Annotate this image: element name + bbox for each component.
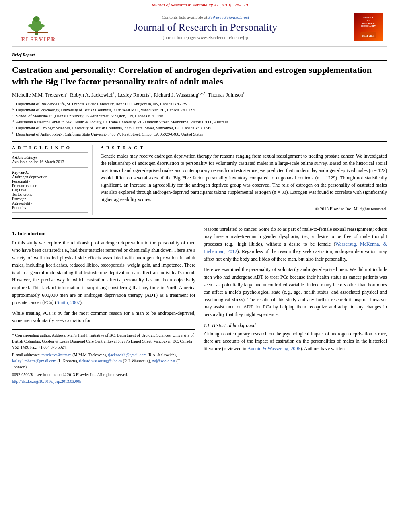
main-content: 1. Introduction In this study we explore… — [12, 226, 387, 385]
affil-3: c School of Medicine at Queen's Universi… — [12, 113, 387, 119]
article-history: Article history: Available online 16 Mar… — [12, 155, 88, 164]
abstract-column: A B S T R A C T Genetic males may receiv… — [101, 145, 387, 215]
email-1[interactable]: mtreleavs@stfx.ca — [41, 353, 71, 357]
author-5: Thomas Johnson — [208, 92, 243, 98]
abstract-text: Genetic males may receive androgen depri… — [101, 152, 387, 203]
svg-point-3 — [33, 16, 40, 22]
right-para-1: reasons unrelated to cancer. Some do so … — [204, 226, 387, 263]
keywords-section: Keywords: Androgen deprivation Personali… — [12, 170, 88, 210]
keyword-2: Personality — [12, 179, 88, 183]
title-top-divider — [12, 60, 387, 61]
journal-homepage: journal homepage: www.elsevier.com/locat… — [61, 35, 350, 40]
keyword-5: Testosterone — [12, 192, 88, 197]
svg-point-5 — [39, 24, 45, 27]
ref-wassersug-2012[interactable]: Wassersug, McKenna, & Lieberman, 2012 — [204, 241, 387, 255]
journal-center-info: Contents lists available at SciVerse Sci… — [61, 15, 350, 40]
footnote-corresponding: * Corresponding author. Address: Men's H… — [12, 332, 195, 350]
journal-citation: Journal of Research in Personality 47 (2… — [151, 2, 248, 7]
main-divider — [12, 141, 387, 142]
article-type-label: Brief Report — [12, 52, 387, 57]
journal-header: ELSEVIER Contents lists available at Sci… — [12, 8, 387, 47]
affil-1: a Department of Residence Life, St. Fran… — [12, 101, 387, 107]
copyright-line: © 2013 Elsevier Inc. All rights reserved… — [101, 206, 387, 211]
doi-line[interactable]: http://dx.doi.org/10.1016/j.jrp.2013.03.… — [12, 378, 195, 384]
ref-smith-2007[interactable]: Smith, 2007 — [56, 300, 80, 305]
authors-line: Michelle M.M. Treleavena, Robyn A. Jacko… — [12, 91, 387, 98]
email-2[interactable]: rjackowich@gmail.com — [108, 353, 146, 357]
journal-top-line: Journal of Research in Personality 47 (2… — [0, 0, 399, 8]
keyword-1: Androgen deprivation — [12, 175, 88, 179]
intro-para-2: While treating PCa is by far the most co… — [12, 310, 195, 325]
journal-title: Journal of Research in Personality — [61, 21, 350, 33]
right-para-2: Here we examined the personality of volu… — [204, 266, 387, 318]
author-3: Lesley Roberts — [118, 92, 149, 98]
sciverse-link[interactable]: SciVerse ScienceDirect — [208, 15, 249, 20]
svg-rect-6 — [27, 32, 48, 33]
page-content: Brief Report Castration and personality:… — [0, 52, 399, 392]
author-2: Robyn A. Jackowich — [70, 92, 113, 98]
elsevier-brand-text: ELSEVIER — [21, 37, 56, 43]
keyword-8: Eunuchs — [12, 205, 88, 210]
journal-badge: JOURNAL OF RESEARCH IN PERSONALITY ELSEV… — [354, 13, 383, 41]
journal-badge-area: JOURNAL OF RESEARCH IN PERSONALITY ELSEV… — [350, 13, 383, 41]
svg-text:ELSEVIER: ELSEVIER — [362, 35, 375, 37]
keyword-3: Prostate cancer — [12, 183, 88, 188]
email-3[interactable]: lesley.l.roberts@gmail.com — [12, 359, 56, 363]
affil-6: f Department of Anthropology, California… — [12, 131, 387, 137]
email-4[interactable]: richard.wassersug@ubc.ca — [79, 359, 122, 363]
keyword-7: Agreeability — [12, 201, 88, 205]
article-info-column: A R T I C L E I N F O Article history: A… — [12, 145, 93, 215]
historical-subheading: 1.1. Historical background — [204, 322, 387, 329]
article-title: Castration and personality: Correlation … — [12, 64, 387, 87]
affil-2: b Department of Psychology, University o… — [12, 107, 387, 113]
abstract-header: A B S T R A C T — [101, 145, 387, 150]
content-top-divider — [12, 218, 387, 219]
affiliations-block: a Department of Residence Life, St. Fran… — [12, 101, 387, 137]
affil-4: d Australian Research Center in Sex, Hea… — [12, 119, 387, 125]
author-4: Richard J. Wassersug — [154, 92, 198, 98]
svg-point-4 — [28, 24, 34, 27]
left-content-col: 1. Introduction In this study we explore… — [12, 226, 195, 385]
issn-line: 0092-6566/$ – see front matter © 2013 El… — [12, 372, 195, 378]
intro-heading: 1. Introduction — [12, 230, 195, 237]
author-1: Michelle M.M. Treleaven — [12, 92, 66, 98]
footnotes: * Corresponding author. Address: Men's H… — [12, 329, 195, 384]
email-5[interactable]: twj@sonic.net — [152, 359, 175, 363]
affil-5: e Department of Urologic Sciences, Unive… — [12, 125, 387, 131]
elsevier-logo-area: ELSEVIER — [16, 12, 61, 43]
right-para-3: Although contemporary research on the ps… — [204, 330, 387, 353]
keyword-4: Big Five — [12, 188, 88, 192]
sciverse-line: Contents lists available at SciVerse Sci… — [61, 15, 350, 20]
elsevier-tree-icon — [23, 12, 55, 36]
keyword-6: Estrogen — [12, 197, 88, 201]
article-info-header: A R T I C L E I N F O — [12, 145, 88, 150]
info-abstract-section: A R T I C L E I N F O Article history: A… — [12, 145, 387, 215]
intro-para-1: In this study we explore the relationshi… — [12, 239, 195, 306]
ref-aucoin-2006[interactable]: Aucoin & Wassersug, 2006 — [247, 346, 300, 351]
email-label: E-mail addresses: — [12, 353, 41, 357]
right-content-col: reasons unrelated to cancer. Some do so … — [204, 226, 387, 385]
